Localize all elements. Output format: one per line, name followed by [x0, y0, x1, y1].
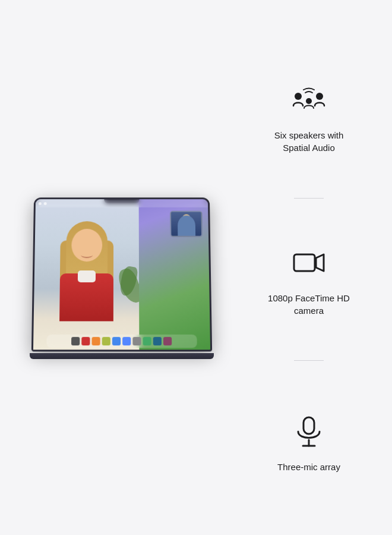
dock-icon [102, 337, 110, 345]
mic-label: Three-mic array [277, 461, 340, 473]
svg-rect-3 [294, 254, 315, 271]
menubar [36, 199, 208, 207]
menubar-dot [39, 202, 42, 205]
camera-label: 1080p FaceTime HDcamera [268, 292, 350, 317]
page-container: Six speakers withSpatial Audio 1080p Fac… [0, 0, 392, 535]
macos-dock [46, 335, 197, 348]
svg-point-1 [316, 93, 323, 100]
left-panel [12, 12, 232, 523]
svg-point-2 [306, 98, 312, 104]
dock-icon [92, 337, 100, 345]
menubar-dot [44, 202, 47, 205]
feature-speakers: Six speakers withSpatial Audio [268, 36, 350, 198]
feature-camera: 1080p FaceTime HDcamera [262, 199, 356, 361]
feature-mic: Three-mic array [271, 361, 346, 523]
right-panel: Six speakers withSpatial Audio 1080p Fac… [238, 12, 380, 523]
facetime-main-video [33, 199, 140, 350]
dock-icon [82, 337, 90, 345]
dock-icon [123, 337, 131, 345]
dock-icon [133, 337, 141, 345]
speakers-icon [288, 79, 330, 121]
microphone-icon [288, 411, 330, 452]
facetime-thumbnail [170, 211, 203, 237]
camera-icon [288, 242, 330, 284]
macbook-screen [31, 197, 212, 351]
macbook-base [30, 353, 214, 359]
svg-point-0 [295, 93, 302, 100]
dock-icon [112, 337, 121, 345]
speakers-label: Six speakers withSpatial Audio [274, 129, 344, 154]
svg-rect-4 [304, 417, 314, 434]
thumb-body [177, 215, 195, 235]
dock-icon [71, 337, 80, 345]
dock-icon [153, 337, 162, 345]
dock-icon [143, 337, 151, 345]
dock-icon [163, 337, 172, 345]
macbook-illustration [21, 166, 223, 369]
screen-content [33, 199, 210, 350]
